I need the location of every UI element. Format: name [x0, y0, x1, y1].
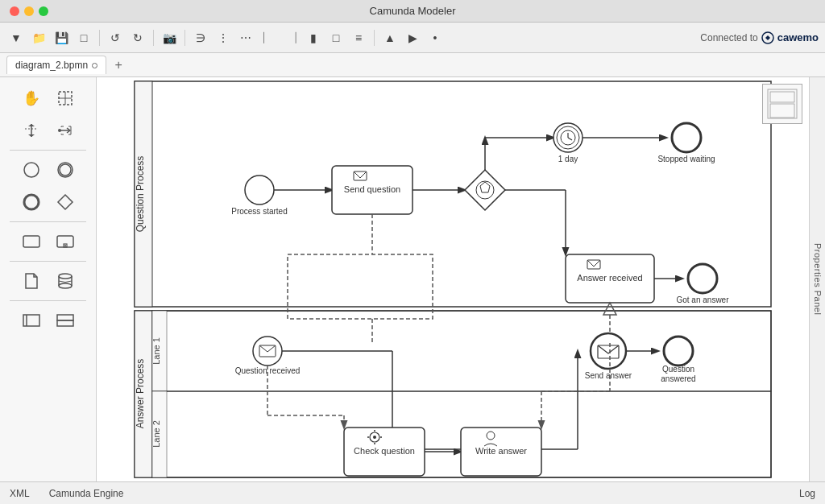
question-process-label: Question Process: [135, 156, 146, 233]
statusbar: XML Camunda Engine Log: [0, 481, 825, 504]
diagram-tab[interactable]: diagram_2.bpmn: [6, 56, 106, 74]
toolbar: ▼ 📁 💾 □ ↺ ↻ 📷 ∋ ⋮ ⋯ ⎸ ⎹ ▮ □ ≡ ▲ ▶ • Conn…: [0, 23, 825, 53]
palette-row-3: [17, 155, 80, 184]
palette-sep4: [10, 300, 86, 301]
save-as-button[interactable]: □: [74, 28, 93, 48]
send-question-label: Send question: [344, 184, 400, 194]
svg-rect-74: [770, 92, 794, 102]
palette-sep2: [10, 221, 86, 222]
stopped-waiting-event: [672, 123, 701, 152]
maximize-button[interactable]: [39, 6, 48, 16]
palette-sep3: [10, 261, 86, 262]
connected-label: Connected to cawemo: [700, 31, 819, 44]
svg-point-18: [59, 274, 72, 279]
traffic-lights: [10, 6, 48, 16]
svg-rect-23: [57, 320, 73, 326]
connect-tool[interactable]: [51, 116, 80, 145]
open-button[interactable]: 📁: [29, 28, 48, 48]
answer-process-label: Answer Process: [135, 359, 146, 429]
pool-item[interactable]: [17, 306, 46, 335]
undo-button[interactable]: ↺: [106, 28, 125, 48]
space-tool[interactable]: [17, 116, 46, 145]
sep2: [153, 30, 154, 46]
got-answer-label: Got an answer: [676, 295, 729, 304]
palette-row-6: [17, 266, 80, 295]
deploy-button[interactable]: ▲: [380, 28, 400, 48]
hand-tool[interactable]: ✋: [17, 84, 46, 113]
process-started-label: Process started: [231, 207, 287, 216]
palette-row-5: [17, 227, 80, 256]
bpmn-diagram: Question Process Answer Process Lane 1 L…: [97, 77, 809, 481]
palette-row-4: [17, 188, 80, 217]
svg-point-10: [60, 164, 71, 176]
answer-received-label: Answer received: [577, 273, 642, 283]
engine-label[interactable]: Camunda Engine: [49, 488, 124, 499]
properties-panel-toggle[interactable]: Properties Panel: [809, 77, 825, 481]
stopped-waiting-label: Stopped waiting: [657, 155, 715, 163]
one-day-label: 1 day: [558, 155, 578, 163]
resize[interactable]: ▮: [304, 28, 323, 48]
svg-point-19: [59, 283, 72, 288]
lane-item[interactable]: [51, 306, 80, 335]
save-button[interactable]: 💾: [52, 28, 71, 48]
tool6[interactable]: □: [326, 28, 346, 48]
event-gateway: [465, 170, 505, 210]
canvas[interactable]: Question Process Answer Process Lane 1 L…: [97, 77, 809, 481]
sep3: [184, 30, 185, 46]
got-answer-event: [688, 264, 717, 293]
send-answer-event: [591, 333, 626, 369]
data-store-item[interactable]: [51, 266, 80, 295]
svg-rect-75: [770, 104, 794, 118]
distribute-v[interactable]: ⎹: [281, 28, 301, 48]
properties-panel-label: Properties Panel: [813, 243, 823, 315]
distribute-h[interactable]: ⎸: [259, 28, 278, 48]
question-answered-event: [664, 337, 693, 366]
align-left[interactable]: ∋: [191, 28, 210, 48]
sep4: [374, 30, 375, 46]
palette-row-1: ✋: [17, 84, 80, 113]
end-event[interactable]: [17, 188, 46, 217]
app-title: Camunda Modeler: [370, 5, 456, 17]
tabbar: diagram_2.bpmn +: [0, 53, 825, 77]
check-question-label: Check question: [354, 446, 415, 456]
question-received-event: [253, 337, 282, 366]
connected-text: Connected to: [700, 32, 757, 43]
question-answered-label2: answered: [661, 374, 695, 383]
svg-rect-13: [23, 236, 39, 247]
tool7[interactable]: ≡: [349, 28, 368, 48]
palette-row-2: [17, 116, 80, 145]
close-button[interactable]: [10, 6, 19, 16]
marquee-tool[interactable]: [51, 84, 80, 113]
task-item[interactable]: [17, 227, 46, 256]
data-object-item[interactable]: [17, 266, 46, 295]
palette-sep1: [10, 150, 86, 151]
image-button[interactable]: 📷: [160, 28, 179, 48]
svg-rect-22: [57, 315, 73, 320]
minimap[interactable]: [762, 84, 802, 124]
gateway[interactable]: [51, 188, 80, 217]
svg-point-60: [373, 436, 376, 439]
align-right[interactable]: ⋯: [236, 28, 255, 48]
more-button[interactable]: •: [425, 28, 445, 48]
svg-point-7: [58, 129, 61, 132]
new-button[interactable]: ▼: [6, 28, 26, 48]
minimize-button[interactable]: [24, 6, 34, 16]
run-button[interactable]: ▶: [403, 28, 422, 48]
intermediate-event[interactable]: [51, 155, 80, 184]
xml-label[interactable]: XML: [10, 488, 30, 499]
align-center[interactable]: ⋮: [214, 28, 233, 48]
log-label[interactable]: Log: [799, 488, 815, 499]
subprocess-item[interactable]: [51, 227, 80, 256]
titlebar: Camunda Modeler: [0, 0, 825, 23]
svg-rect-24: [135, 81, 771, 307]
redo-button[interactable]: ↻: [128, 28, 147, 48]
svg-marker-12: [58, 195, 73, 209]
add-tab-button[interactable]: +: [110, 56, 127, 74]
start-event[interactable]: [17, 155, 46, 184]
question-answered-label: Question: [662, 365, 694, 374]
lane1-label: Lane 1: [151, 337, 161, 365]
start-event-process: [245, 176, 274, 204]
svg-rect-49: [288, 254, 433, 319]
write-answer-label: Write answer: [475, 446, 527, 456]
svg-point-8: [24, 163, 39, 177]
